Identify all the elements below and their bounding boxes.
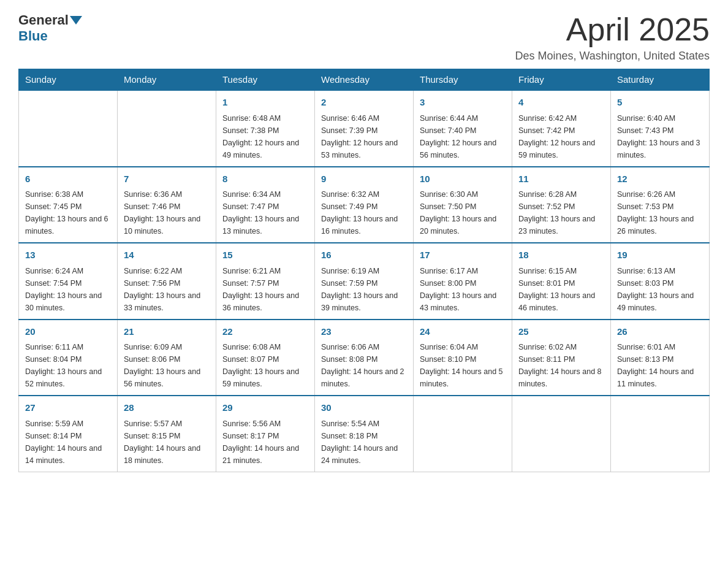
- calendar-cell: 19Sunrise: 6:13 AM Sunset: 8:03 PM Dayli…: [611, 243, 710, 320]
- day-number: 1: [222, 96, 308, 110]
- day-info: Sunrise: 6:15 AM Sunset: 8:01 PM Dayligh…: [518, 265, 604, 314]
- week-row: 1Sunrise: 6:48 AM Sunset: 7:38 PM Daylig…: [19, 90, 710, 167]
- calendar-cell: 18Sunrise: 6:15 AM Sunset: 8:01 PM Dayli…: [512, 243, 611, 320]
- calendar-cell: 14Sunrise: 6:22 AM Sunset: 7:56 PM Dayli…: [118, 243, 216, 320]
- header-row: SundayMondayTuesdayWednesdayThursdayFrid…: [19, 69, 710, 91]
- day-info: Sunrise: 6:36 AM Sunset: 7:46 PM Dayligh…: [124, 188, 210, 237]
- day-info: Sunrise: 5:59 AM Sunset: 8:14 PM Dayligh…: [25, 418, 111, 467]
- calendar-cell: [19, 90, 118, 167]
- calendar-body: 1Sunrise: 6:48 AM Sunset: 7:38 PM Daylig…: [19, 90, 710, 472]
- day-number: 7: [124, 172, 210, 186]
- calendar-cell: 12Sunrise: 6:26 AM Sunset: 7:53 PM Dayli…: [611, 167, 710, 243]
- day-number: 15: [222, 248, 308, 262]
- logo-general-text: General: [18, 12, 69, 28]
- week-row: 20Sunrise: 6:11 AM Sunset: 8:04 PM Dayli…: [19, 320, 710, 396]
- day-of-week-header: Sunday: [19, 69, 118, 91]
- day-of-week-header: Tuesday: [216, 69, 315, 91]
- calendar-cell: 6Sunrise: 6:38 AM Sunset: 7:45 PM Daylig…: [19, 167, 118, 243]
- calendar-cell: [611, 396, 710, 472]
- calendar-cell: 30Sunrise: 5:54 AM Sunset: 8:18 PM Dayli…: [315, 396, 414, 472]
- calendar-cell: 23Sunrise: 6:06 AM Sunset: 8:08 PM Dayli…: [315, 320, 414, 396]
- calendar-cell: 5Sunrise: 6:40 AM Sunset: 7:43 PM Daylig…: [611, 90, 710, 167]
- day-info: Sunrise: 6:40 AM Sunset: 7:43 PM Dayligh…: [617, 112, 703, 161]
- title-section: April 2025 Des Moines, Washington, Unite…: [515, 12, 710, 63]
- calendar-cell: 16Sunrise: 6:19 AM Sunset: 7:59 PM Dayli…: [315, 243, 414, 320]
- calendar-cell: 20Sunrise: 6:11 AM Sunset: 8:04 PM Dayli…: [19, 320, 118, 396]
- day-info: Sunrise: 5:56 AM Sunset: 8:17 PM Dayligh…: [222, 418, 308, 467]
- day-number: 20: [25, 325, 111, 339]
- day-info: Sunrise: 6:32 AM Sunset: 7:49 PM Dayligh…: [321, 188, 407, 237]
- day-of-week-header: Saturday: [611, 69, 710, 91]
- day-number: 17: [420, 248, 506, 262]
- day-number: 13: [25, 248, 111, 262]
- calendar-cell: 25Sunrise: 6:02 AM Sunset: 8:11 PM Dayli…: [512, 320, 611, 396]
- day-number: 27: [25, 401, 111, 415]
- calendar-cell: 27Sunrise: 5:59 AM Sunset: 8:14 PM Dayli…: [19, 396, 118, 472]
- calendar-cell: 10Sunrise: 6:30 AM Sunset: 7:50 PM Dayli…: [414, 167, 512, 243]
- day-info: Sunrise: 6:08 AM Sunset: 8:07 PM Dayligh…: [222, 341, 308, 390]
- day-info: Sunrise: 6:28 AM Sunset: 7:52 PM Dayligh…: [518, 188, 604, 237]
- day-number: 11: [518, 172, 604, 186]
- day-info: Sunrise: 6:02 AM Sunset: 8:11 PM Dayligh…: [518, 341, 604, 390]
- page-header: General Blue April 2025 Des Moines, Wash…: [18, 12, 710, 63]
- day-info: Sunrise: 6:17 AM Sunset: 8:00 PM Dayligh…: [420, 265, 506, 314]
- calendar-cell: 7Sunrise: 6:36 AM Sunset: 7:46 PM Daylig…: [118, 167, 216, 243]
- calendar-cell: 2Sunrise: 6:46 AM Sunset: 7:39 PM Daylig…: [315, 90, 414, 167]
- calendar-cell: [414, 396, 512, 472]
- day-number: 30: [321, 401, 407, 415]
- day-number: 12: [617, 172, 703, 186]
- calendar-cell: 15Sunrise: 6:21 AM Sunset: 7:57 PM Dayli…: [216, 243, 315, 320]
- day-number: 21: [124, 325, 210, 339]
- day-info: Sunrise: 6:38 AM Sunset: 7:45 PM Dayligh…: [25, 188, 111, 237]
- day-number: 24: [420, 325, 506, 339]
- calendar-cell: 29Sunrise: 5:56 AM Sunset: 8:17 PM Dayli…: [216, 396, 315, 472]
- calendar-cell: 17Sunrise: 6:17 AM Sunset: 8:00 PM Dayli…: [414, 243, 512, 320]
- day-info: Sunrise: 6:48 AM Sunset: 7:38 PM Dayligh…: [222, 112, 308, 161]
- calendar-cell: 8Sunrise: 6:34 AM Sunset: 7:47 PM Daylig…: [216, 167, 315, 243]
- day-number: 28: [124, 401, 210, 415]
- day-info: Sunrise: 6:01 AM Sunset: 8:13 PM Dayligh…: [617, 341, 703, 390]
- day-number: 25: [518, 325, 604, 339]
- day-number: 29: [222, 401, 308, 415]
- day-number: 18: [518, 248, 604, 262]
- week-row: 13Sunrise: 6:24 AM Sunset: 7:54 PM Dayli…: [19, 243, 710, 320]
- day-number: 19: [617, 248, 703, 262]
- day-info: Sunrise: 6:04 AM Sunset: 8:10 PM Dayligh…: [420, 341, 506, 390]
- calendar-cell: 4Sunrise: 6:42 AM Sunset: 7:42 PM Daylig…: [512, 90, 611, 167]
- day-info: Sunrise: 6:22 AM Sunset: 7:56 PM Dayligh…: [124, 265, 210, 314]
- day-number: 10: [420, 172, 506, 186]
- month-title: April 2025: [515, 12, 710, 47]
- day-of-week-header: Thursday: [414, 69, 512, 91]
- week-row: 6Sunrise: 6:38 AM Sunset: 7:45 PM Daylig…: [19, 167, 710, 243]
- day-info: Sunrise: 6:13 AM Sunset: 8:03 PM Dayligh…: [617, 265, 703, 314]
- calendar-cell: 3Sunrise: 6:44 AM Sunset: 7:40 PM Daylig…: [414, 90, 512, 167]
- day-of-week-header: Friday: [512, 69, 611, 91]
- day-info: Sunrise: 6:44 AM Sunset: 7:40 PM Dayligh…: [420, 112, 506, 161]
- day-number: 16: [321, 248, 407, 262]
- day-info: Sunrise: 6:46 AM Sunset: 7:39 PM Dayligh…: [321, 112, 407, 161]
- day-info: Sunrise: 6:34 AM Sunset: 7:47 PM Dayligh…: [222, 188, 308, 237]
- day-info: Sunrise: 6:21 AM Sunset: 7:57 PM Dayligh…: [222, 265, 308, 314]
- week-row: 27Sunrise: 5:59 AM Sunset: 8:14 PM Dayli…: [19, 396, 710, 472]
- calendar-cell: [118, 90, 216, 167]
- day-number: 2: [321, 96, 407, 110]
- day-info: Sunrise: 5:54 AM Sunset: 8:18 PM Dayligh…: [321, 418, 407, 467]
- day-number: 23: [321, 325, 407, 339]
- calendar-cell: 26Sunrise: 6:01 AM Sunset: 8:13 PM Dayli…: [611, 320, 710, 396]
- day-number: 4: [518, 96, 604, 110]
- day-of-week-header: Monday: [118, 69, 216, 91]
- calendar-cell: 11Sunrise: 6:28 AM Sunset: 7:52 PM Dayli…: [512, 167, 611, 243]
- logo: General Blue: [18, 12, 83, 44]
- calendar-cell: 21Sunrise: 6:09 AM Sunset: 8:06 PM Dayli…: [118, 320, 216, 396]
- calendar-cell: 13Sunrise: 6:24 AM Sunset: 7:54 PM Dayli…: [19, 243, 118, 320]
- calendar-cell: 22Sunrise: 6:08 AM Sunset: 8:07 PM Dayli…: [216, 320, 315, 396]
- day-info: Sunrise: 6:24 AM Sunset: 7:54 PM Dayligh…: [25, 265, 111, 314]
- day-info: Sunrise: 6:11 AM Sunset: 8:04 PM Dayligh…: [25, 341, 111, 390]
- day-number: 14: [124, 248, 210, 262]
- day-number: 26: [617, 325, 703, 339]
- location-text: Des Moines, Washington, United States: [515, 50, 710, 63]
- day-info: Sunrise: 6:26 AM Sunset: 7:53 PM Dayligh…: [617, 188, 703, 237]
- day-number: 22: [222, 325, 308, 339]
- day-info: Sunrise: 6:30 AM Sunset: 7:50 PM Dayligh…: [420, 188, 506, 237]
- logo-arrow-icon: [70, 16, 82, 25]
